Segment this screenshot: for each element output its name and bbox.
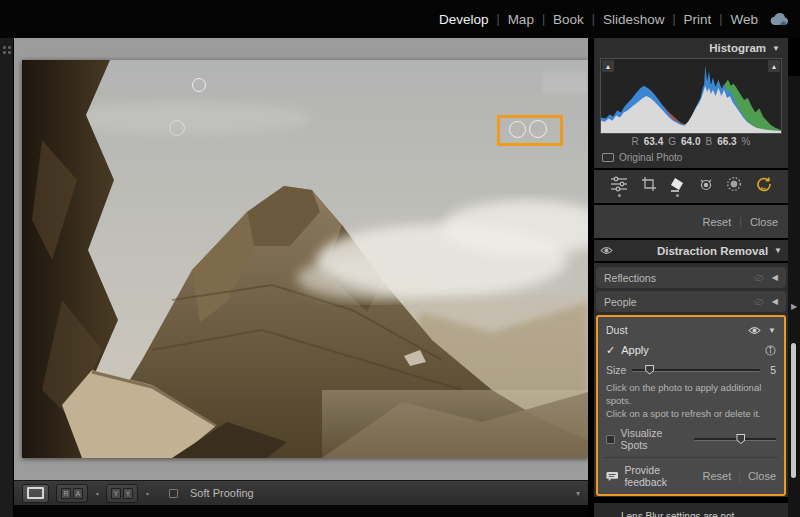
feedback-icon[interactable] bbox=[606, 471, 618, 482]
reference-view-caret[interactable]: ▾ bbox=[96, 490, 99, 497]
dust-footer-row: Provide feedback Reset | Close bbox=[606, 464, 776, 488]
panel-collapse-arrow-icon[interactable]: ▶ bbox=[791, 302, 797, 311]
collapse-down-icon[interactable]: ▼ bbox=[768, 326, 776, 335]
size-row: Size 5 bbox=[606, 362, 776, 378]
nav-separator: | bbox=[542, 12, 545, 26]
before-pane-icon: Y bbox=[111, 488, 121, 499]
apply-row: ✓ Apply bbox=[606, 342, 776, 358]
tab-develop[interactable]: Develop bbox=[439, 12, 489, 27]
size-slider-thumb[interactable] bbox=[645, 365, 654, 375]
soft-proofing-label: Soft Proofing bbox=[190, 487, 254, 499]
dust-reset-button[interactable]: Reset bbox=[703, 470, 732, 482]
reflections-label: Reflections bbox=[604, 272, 656, 284]
histogram-title: Histogram bbox=[709, 42, 766, 54]
develop-toolbar: R A ▾ Y Y ▾ Soft Proofing ▾ bbox=[14, 480, 588, 505]
eye-dimmed-icon[interactable] bbox=[753, 298, 765, 306]
dust-header-row[interactable]: Dust ▼ bbox=[606, 322, 776, 338]
before-after-caret[interactable]: ▾ bbox=[146, 490, 149, 497]
size-label: Size bbox=[606, 364, 626, 376]
generative-remove-tool[interactable] bbox=[755, 176, 772, 197]
visualize-slider[interactable] bbox=[694, 438, 776, 441]
toolbar-options-caret[interactable]: ▾ bbox=[576, 489, 580, 498]
chevron-down-icon[interactable]: ▼ bbox=[774, 246, 782, 255]
soft-proofing-checkbox[interactable] bbox=[169, 489, 178, 498]
provide-feedback-button[interactable]: Provide feedback bbox=[624, 464, 696, 488]
expand-left-icon[interactable]: ◀ bbox=[772, 297, 778, 306]
rgb-readout: R63.4 G64.0 B66.3 % bbox=[594, 134, 788, 149]
group-row-people[interactable]: People ◀ bbox=[596, 291, 786, 312]
photo-preview[interactable] bbox=[22, 60, 588, 458]
active-pane-icon: A bbox=[73, 488, 83, 499]
chevron-down-icon[interactable]: ▼ bbox=[772, 44, 780, 53]
tab-print[interactable]: Print bbox=[684, 12, 712, 27]
tab-map[interactable]: Map bbox=[508, 12, 534, 27]
masking-tool[interactable] bbox=[726, 176, 742, 197]
reference-view-button[interactable]: R A bbox=[56, 484, 88, 503]
creative-cloud-icon[interactable] bbox=[770, 13, 790, 26]
left-panel-collapsed[interactable] bbox=[0, 38, 14, 517]
tool-reset-button[interactable]: Reset bbox=[703, 216, 732, 228]
info-icon[interactable] bbox=[765, 345, 776, 356]
shadow-clipping-indicator[interactable]: ▲ bbox=[602, 60, 614, 72]
nav-separator: | bbox=[719, 12, 722, 26]
tab-slideshow[interactable]: Slideshow bbox=[603, 12, 665, 27]
distraction-removal-title: Distraction Removal bbox=[657, 245, 768, 257]
image-canvas[interactable] bbox=[14, 38, 588, 480]
visualize-slider-thumb[interactable] bbox=[736, 434, 745, 444]
histogram-panel: Histogram ▼ ▲ ▲ R63.4 G64.0 B66.3 % bbox=[594, 38, 788, 168]
right-panel: Histogram ▼ ▲ ▲ R63.4 G64.0 B66.3 % bbox=[588, 38, 800, 517]
loupe-view-button[interactable] bbox=[22, 484, 49, 503]
tool-active-dot bbox=[618, 194, 621, 197]
size-slider[interactable] bbox=[632, 369, 760, 372]
visualize-spots-checkbox[interactable] bbox=[606, 435, 615, 444]
loupe-view-icon bbox=[27, 487, 44, 499]
original-photo-row[interactable]: Original Photo bbox=[594, 149, 788, 165]
visualize-spots-label[interactable]: Visualize Spots bbox=[621, 427, 688, 451]
dust-close-button[interactable]: Close bbox=[748, 470, 776, 482]
tab-web[interactable]: Web bbox=[730, 12, 758, 27]
dust-eye-icon[interactable] bbox=[748, 326, 761, 335]
highlight-clipping-indicator[interactable]: ▲ bbox=[768, 60, 780, 72]
separator: | bbox=[738, 471, 741, 482]
eye-dimmed-icon[interactable] bbox=[753, 274, 765, 282]
divider bbox=[604, 457, 778, 458]
lens-blur-notice: Lens Blur settings are not previewed whi… bbox=[594, 503, 788, 517]
tool-active-dot bbox=[676, 194, 679, 197]
dust-spot-marker[interactable] bbox=[529, 120, 547, 138]
crop-tool[interactable] bbox=[641, 176, 657, 197]
panel-eye-icon[interactable] bbox=[600, 246, 613, 255]
histogram-graph[interactable]: ▲ ▲ bbox=[600, 58, 782, 134]
dust-spot-marker[interactable] bbox=[509, 121, 526, 138]
red-eye-tool[interactable] bbox=[698, 177, 714, 196]
left-panel-icon bbox=[3, 46, 11, 56]
visualize-row: Visualize Spots bbox=[606, 427, 776, 451]
tool-strip bbox=[594, 170, 788, 203]
apply-checkbox-checked[interactable]: ✓ bbox=[606, 344, 615, 357]
tool-options-bar: Reset | Close bbox=[594, 205, 788, 238]
remove-heal-tool[interactable] bbox=[669, 176, 685, 197]
dust-section: Dust ▼ ✓ Apply bbox=[596, 315, 786, 496]
before-after-view-button[interactable]: Y Y bbox=[106, 484, 138, 503]
edit-sliders-tool[interactable] bbox=[610, 176, 628, 197]
apply-label[interactable]: Apply bbox=[621, 344, 649, 356]
histogram-chart bbox=[601, 59, 781, 133]
after-pane-icon: Y bbox=[123, 488, 133, 499]
right-panel-edge: ▶ bbox=[788, 76, 800, 517]
main-content-area: R A ▾ Y Y ▾ Soft Proofing ▾ bbox=[14, 38, 588, 517]
reference-pane-icon: R bbox=[61, 488, 71, 499]
dust-spot-marker[interactable] bbox=[192, 78, 206, 92]
photo-watermark bbox=[542, 72, 588, 94]
expand-left-icon[interactable]: ◀ bbox=[772, 273, 778, 282]
distraction-removal-header[interactable]: Distraction Removal ▼ bbox=[594, 240, 788, 261]
dust-help-text: Click on the photo to apply additional s… bbox=[606, 382, 776, 420]
dust-spot-marker[interactable] bbox=[169, 120, 185, 136]
tool-close-button[interactable]: Close bbox=[750, 216, 778, 228]
panel-scrollbar[interactable] bbox=[791, 343, 796, 478]
module-picker: Develop | Map | Book | Slideshow | Print… bbox=[0, 0, 800, 38]
histogram-header[interactable]: Histogram ▼ bbox=[594, 38, 788, 58]
group-row-reflections[interactable]: Reflections ◀ bbox=[596, 267, 786, 288]
nav-separator: | bbox=[497, 12, 500, 26]
size-value[interactable]: 5 bbox=[766, 364, 776, 376]
separator: | bbox=[739, 216, 742, 227]
tab-book[interactable]: Book bbox=[553, 12, 584, 27]
